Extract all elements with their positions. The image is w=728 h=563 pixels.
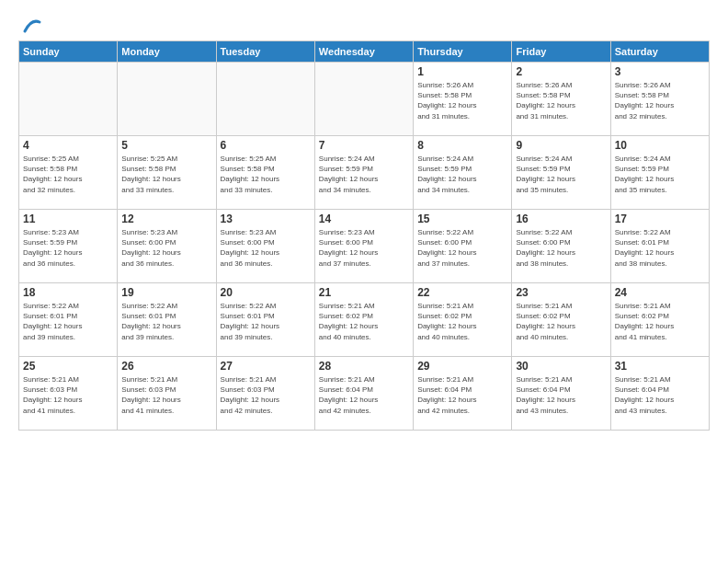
day-number: 10 [615, 139, 705, 152]
day-number: 29 [417, 360, 507, 373]
day-info: Sunrise: 5:21 AM Sunset: 6:02 PM Dayligh… [615, 301, 705, 342]
day-number: 22 [417, 286, 507, 299]
calendar-cell: 14Sunrise: 5:23 AM Sunset: 6:00 PM Dayli… [314, 210, 413, 283]
calendar-cell [314, 63, 413, 136]
calendar-cell: 1Sunrise: 5:26 AM Sunset: 5:58 PM Daylig… [414, 63, 512, 136]
day-number: 18 [23, 286, 113, 299]
calendar-week-row: 25Sunrise: 5:21 AM Sunset: 6:03 PM Dayli… [19, 357, 710, 431]
day-number: 23 [516, 286, 606, 299]
page: SundayMondayTuesdayWednesdayThursdayFrid… [0, 0, 728, 563]
calendar-cell: 2Sunrise: 5:26 AM Sunset: 5:58 PM Daylig… [512, 63, 610, 136]
calendar-header-row: SundayMondayTuesdayWednesdayThursdayFrid… [19, 41, 710, 63]
day-number: 1 [417, 65, 507, 78]
day-info: Sunrise: 5:22 AM Sunset: 6:01 PM Dayligh… [615, 227, 705, 269]
calendar-header-thursday: Thursday [414, 41, 512, 63]
calendar-week-row: 4Sunrise: 5:25 AM Sunset: 5:58 PM Daylig… [19, 136, 710, 210]
day-number: 28 [319, 360, 409, 373]
day-info: Sunrise: 5:24 AM Sunset: 5:59 PM Dayligh… [319, 154, 409, 195]
calendar-cell [19, 63, 118, 136]
day-info: Sunrise: 5:22 AM Sunset: 6:01 PM Dayligh… [121, 301, 211, 342]
day-info: Sunrise: 5:21 AM Sunset: 6:03 PM Dayligh… [121, 374, 211, 416]
calendar-cell: 23Sunrise: 5:21 AM Sunset: 6:02 PM Dayli… [512, 283, 610, 357]
calendar-cell [216, 63, 314, 136]
day-info: Sunrise: 5:21 AM Sunset: 6:04 PM Dayligh… [516, 374, 606, 416]
calendar-cell: 5Sunrise: 5:25 AM Sunset: 5:58 PM Daylig… [118, 136, 216, 210]
header [18, 17, 710, 35]
day-info: Sunrise: 5:21 AM Sunset: 6:04 PM Dayligh… [417, 374, 507, 416]
calendar-cell: 25Sunrise: 5:21 AM Sunset: 6:03 PM Dayli… [19, 357, 118, 431]
calendar-cell: 18Sunrise: 5:22 AM Sunset: 6:01 PM Dayli… [19, 283, 118, 357]
day-number: 14 [319, 213, 409, 225]
day-info: Sunrise: 5:26 AM Sunset: 5:58 PM Dayligh… [417, 80, 507, 121]
calendar-cell: 28Sunrise: 5:21 AM Sunset: 6:04 PM Dayli… [314, 357, 413, 431]
day-info: Sunrise: 5:22 AM Sunset: 6:00 PM Dayligh… [516, 227, 606, 269]
calendar-cell: 10Sunrise: 5:24 AM Sunset: 5:59 PM Dayli… [610, 136, 709, 210]
day-number: 26 [121, 360, 211, 373]
calendar-cell: 29Sunrise: 5:21 AM Sunset: 6:04 PM Dayli… [414, 357, 512, 431]
day-info: Sunrise: 5:24 AM Sunset: 5:59 PM Dayligh… [516, 154, 606, 195]
day-info: Sunrise: 5:21 AM Sunset: 6:03 PM Dayligh… [23, 374, 113, 416]
calendar-cell: 26Sunrise: 5:21 AM Sunset: 6:03 PM Dayli… [118, 357, 216, 431]
day-number: 16 [516, 213, 606, 225]
calendar-cell: 21Sunrise: 5:21 AM Sunset: 6:02 PM Dayli… [314, 283, 413, 357]
day-info: Sunrise: 5:23 AM Sunset: 5:59 PM Dayligh… [23, 227, 113, 269]
calendar-week-row: 1Sunrise: 5:26 AM Sunset: 5:58 PM Daylig… [19, 63, 710, 136]
day-info: Sunrise: 5:25 AM Sunset: 5:58 PM Dayligh… [23, 154, 113, 195]
day-info: Sunrise: 5:21 AM Sunset: 6:04 PM Dayligh… [319, 374, 409, 416]
calendar-header-monday: Monday [118, 41, 216, 63]
calendar-cell: 31Sunrise: 5:21 AM Sunset: 6:04 PM Dayli… [610, 357, 709, 431]
calendar-cell: 9Sunrise: 5:24 AM Sunset: 5:59 PM Daylig… [512, 136, 610, 210]
day-number: 31 [615, 360, 705, 373]
calendar-cell: 4Sunrise: 5:25 AM Sunset: 5:58 PM Daylig… [19, 136, 118, 210]
day-number: 12 [121, 213, 211, 225]
calendar-cell: 3Sunrise: 5:26 AM Sunset: 5:58 PM Daylig… [610, 63, 709, 136]
day-number: 25 [23, 360, 113, 373]
day-number: 30 [516, 360, 606, 373]
calendar-week-row: 18Sunrise: 5:22 AM Sunset: 6:01 PM Dayli… [19, 283, 710, 357]
day-info: Sunrise: 5:26 AM Sunset: 5:58 PM Dayligh… [516, 80, 606, 121]
day-info: Sunrise: 5:21 AM Sunset: 6:04 PM Dayligh… [615, 374, 705, 416]
calendar-cell: 27Sunrise: 5:21 AM Sunset: 6:03 PM Dayli… [216, 357, 314, 431]
day-info: Sunrise: 5:23 AM Sunset: 6:00 PM Dayligh… [319, 227, 409, 269]
day-info: Sunrise: 5:25 AM Sunset: 5:58 PM Dayligh… [221, 154, 311, 195]
calendar-cell: 20Sunrise: 5:22 AM Sunset: 6:01 PM Dayli… [216, 283, 314, 357]
calendar-header-wednesday: Wednesday [314, 41, 413, 63]
day-number: 24 [615, 286, 705, 299]
day-number: 20 [221, 286, 311, 299]
calendar-cell: 12Sunrise: 5:23 AM Sunset: 6:00 PM Dayli… [118, 210, 216, 283]
calendar-cell: 22Sunrise: 5:21 AM Sunset: 6:02 PM Dayli… [414, 283, 512, 357]
day-number: 27 [221, 360, 311, 373]
day-number: 21 [319, 286, 409, 299]
day-number: 4 [23, 139, 113, 152]
day-info: Sunrise: 5:24 AM Sunset: 5:59 PM Dayligh… [417, 154, 507, 195]
day-info: Sunrise: 5:23 AM Sunset: 6:00 PM Dayligh… [221, 227, 311, 269]
day-number: 6 [221, 139, 311, 152]
calendar-cell: 7Sunrise: 5:24 AM Sunset: 5:59 PM Daylig… [314, 136, 413, 210]
day-info: Sunrise: 5:24 AM Sunset: 5:59 PM Dayligh… [615, 154, 705, 195]
day-number: 5 [121, 139, 211, 152]
calendar-cell: 6Sunrise: 5:25 AM Sunset: 5:58 PM Daylig… [216, 136, 314, 210]
calendar-cell: 11Sunrise: 5:23 AM Sunset: 5:59 PM Dayli… [19, 210, 118, 283]
day-info: Sunrise: 5:26 AM Sunset: 5:58 PM Dayligh… [615, 80, 705, 121]
day-number: 11 [23, 213, 113, 225]
day-info: Sunrise: 5:22 AM Sunset: 6:00 PM Dayligh… [417, 227, 507, 269]
calendar-cell: 17Sunrise: 5:22 AM Sunset: 6:01 PM Dayli… [610, 210, 709, 283]
day-info: Sunrise: 5:21 AM Sunset: 6:03 PM Dayligh… [221, 374, 311, 416]
calendar-cell: 16Sunrise: 5:22 AM Sunset: 6:00 PM Dayli… [512, 210, 610, 283]
calendar-cell: 24Sunrise: 5:21 AM Sunset: 6:02 PM Dayli… [610, 283, 709, 357]
day-number: 19 [121, 286, 211, 299]
day-number: 3 [615, 65, 705, 78]
day-info: Sunrise: 5:22 AM Sunset: 6:01 PM Dayligh… [221, 301, 311, 342]
logo [18, 17, 41, 35]
calendar: SundayMondayTuesdayWednesdayThursdayFrid… [18, 40, 710, 431]
day-info: Sunrise: 5:21 AM Sunset: 6:02 PM Dayligh… [417, 301, 507, 342]
day-number: 17 [615, 213, 705, 225]
calendar-header-saturday: Saturday [610, 41, 709, 63]
calendar-cell [118, 63, 216, 136]
calendar-header-tuesday: Tuesday [216, 41, 314, 63]
calendar-cell: 15Sunrise: 5:22 AM Sunset: 6:00 PM Dayli… [414, 210, 512, 283]
calendar-cell: 13Sunrise: 5:23 AM Sunset: 6:00 PM Dayli… [216, 210, 314, 283]
day-number: 7 [319, 139, 409, 152]
day-number: 8 [417, 139, 507, 152]
day-info: Sunrise: 5:25 AM Sunset: 5:58 PM Dayligh… [121, 154, 211, 195]
